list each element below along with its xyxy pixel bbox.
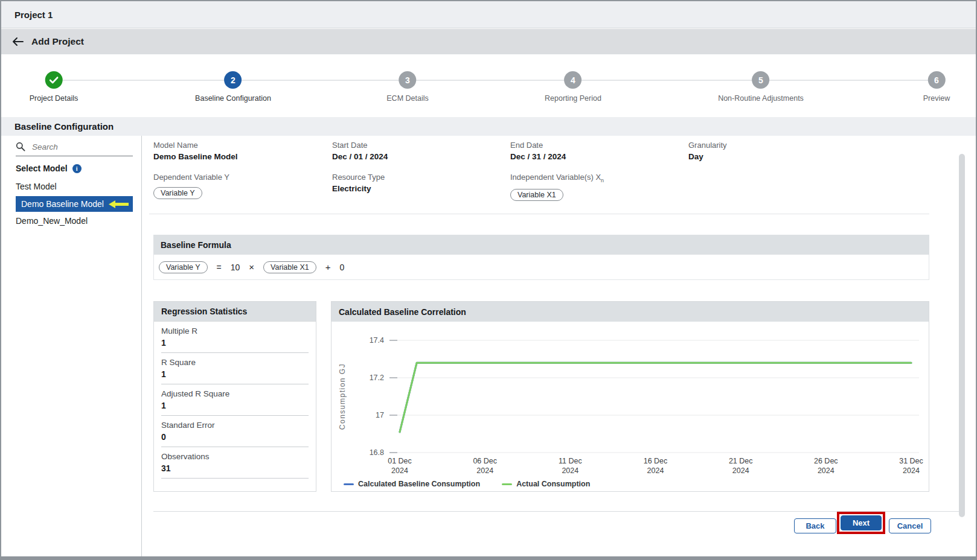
model-item-demo-new-model[interactable]: Demo_New_Model [16, 214, 133, 229]
formula-equals: = [217, 262, 222, 272]
stat-multiple-r: Multiple R 1 [154, 322, 316, 353]
formula-coefficient: 10 [231, 262, 240, 272]
formula-rhs-chip: Variable X1 [263, 261, 316, 273]
svg-text:2024: 2024 [562, 466, 578, 475]
step6-circle[interactable]: 6 [928, 71, 946, 89]
field-independent-variables: Independent Variable(s) Xn Variable X1 [510, 173, 604, 201]
search-icon [16, 142, 25, 151]
svg-text:01 Dec: 01 Dec [388, 457, 412, 465]
svg-text:2024: 2024 [476, 466, 493, 475]
step6-label: Preview [923, 94, 950, 103]
formula-lhs-chip: Variable Y [159, 261, 208, 273]
step-preview[interactable]: 6 Preview [923, 71, 950, 103]
model-sidebar: Select Model i Test Model Demo Baseline … [1, 136, 142, 556]
baseline-formula-title: Baseline Formula [153, 235, 929, 255]
regression-statistics-title: Regression Statistics [154, 302, 316, 322]
stat-observations: Observations 31 [154, 447, 316, 479]
formula-plus: + [325, 262, 331, 272]
baseline-detail-panel: Model Name Demo Baseline Model Start Dat… [143, 136, 976, 556]
field-dependent-variable: Dependent Variable Y Variable Y [153, 173, 229, 199]
svg-text:2024: 2024 [647, 466, 664, 475]
regression-statistics-panel: Regression Statistics Multiple R 1 R Squ… [153, 301, 316, 492]
model-item-demo-baseline-model-selected[interactable]: Demo Baseline Model [16, 196, 133, 212]
stat-standard-error: Standard Error 0 [154, 416, 316, 447]
step-non-routine-adjustments[interactable]: 5 Non-Routine Adjustments [718, 71, 804, 103]
step-project-details[interactable]: Project Details [30, 71, 78, 103]
svg-text:21 Dec: 21 Dec [729, 457, 753, 465]
chart-title: Calculated Baseline Correlation [332, 302, 929, 322]
legend-calculated-baseline-consumption[interactable]: Calculated Baseline Consumption [344, 480, 480, 488]
step3-circle[interactable]: 3 [399, 71, 417, 89]
content-area: Select Model i Test Model Demo Baseline … [1, 136, 976, 556]
step4-label: Reporting Period [545, 94, 601, 103]
svg-text:26 Dec: 26 Dec [814, 457, 838, 465]
dependent-variable-chip: Variable Y [153, 187, 202, 199]
svg-text:2024: 2024 [732, 466, 749, 475]
back-arrow-icon[interactable] [11, 37, 24, 46]
field-resource-type: Resource Type Electricity [332, 173, 385, 193]
step-reporting-period[interactable]: 4 Reporting Period [545, 71, 601, 103]
independent-variable-chip: Variable X1 [510, 189, 563, 201]
next-button[interactable]: Next [841, 515, 882, 530]
calculated-baseline-correlation-panel: Calculated Baseline Correlation 16.81717… [331, 301, 929, 492]
correlation-line-chart: 16.81717.217.4Consumption GJ01 Dec202406… [332, 322, 929, 476]
model-item-test-model[interactable]: Test Model [16, 179, 133, 194]
section-header: Baseline Configuration [1, 117, 976, 136]
add-project-window: Project 1 Add Project Project Details 2 … [0, 0, 977, 560]
step3-label: ECM Details [386, 94, 428, 103]
step-baseline-configuration[interactable]: 2 Baseline Configuration [195, 71, 271, 103]
next-button-highlight-annotation: Next [837, 512, 885, 534]
step-ecm-details[interactable]: 3 ECM Details [386, 71, 428, 103]
svg-text:17: 17 [376, 411, 384, 419]
cancel-button[interactable]: Cancel [889, 518, 931, 533]
step2-active-circle[interactable]: 2 [225, 71, 242, 89]
svg-text:2024: 2024 [391, 466, 408, 475]
svg-text:17.2: 17.2 [370, 374, 384, 382]
formula-multiply: × [249, 262, 254, 272]
stat-r-square: R Square 1 [154, 353, 316, 384]
svg-text:16.8: 16.8 [370, 448, 384, 457]
field-granularity: Granularity Day [688, 141, 727, 161]
step4-circle[interactable]: 4 [565, 71, 582, 89]
step5-circle[interactable]: 5 [752, 71, 770, 89]
svg-text:06 Dec: 06 Dec [473, 457, 497, 465]
step1-completed-circle[interactable] [45, 71, 63, 89]
section-divider [149, 214, 929, 214]
formula-intercept: 0 [340, 262, 345, 272]
step5-label: Non-Routine Adjustments [718, 94, 804, 103]
step2-label: Baseline Configuration [195, 94, 271, 103]
svg-text:Consumption GJ: Consumption GJ [338, 363, 347, 430]
legend-actual-consumption[interactable]: Actual Consumption [502, 480, 590, 488]
project-titlebar: Project 1 [1, 1, 976, 28]
add-project-title: Add Project [31, 36, 84, 47]
check-icon [50, 77, 59, 84]
field-model-name: Model Name Demo Baseline Model [153, 141, 238, 161]
add-project-header: Add Project [1, 29, 976, 54]
back-button[interactable]: Back [794, 518, 836, 533]
vertical-scrollbar-thumb[interactable] [959, 154, 965, 517]
select-model-label: Select Model [16, 164, 68, 173]
project-title: Project 1 [14, 10, 53, 20]
selected-model-arrow-annotation [109, 200, 129, 208]
section-title: Baseline Configuration [14, 121, 114, 132]
svg-text:16 Dec: 16 Dec [644, 457, 668, 465]
search-input[interactable] [32, 142, 123, 151]
svg-text:11 Dec: 11 Dec [559, 457, 582, 465]
stat-adjusted-r-square: Adjusted R Square 1 [154, 384, 316, 416]
step1-label: Project Details [30, 94, 78, 103]
info-icon[interactable]: i [72, 164, 82, 173]
wizard-stepper: Project Details 2 Baseline Configuration… [1, 54, 976, 117]
selected-model-name: Demo Baseline Model [21, 196, 104, 212]
baseline-formula-panel: Baseline Formula Variable Y = 10 × Varia… [153, 235, 929, 280]
svg-text:17.4: 17.4 [370, 336, 384, 345]
select-model-heading: Select Model i [16, 164, 82, 173]
legend-dash-green [502, 483, 512, 485]
svg-text:2024: 2024 [903, 466, 920, 475]
field-end-date: End Date Dec / 31 / 2024 [510, 141, 566, 161]
legend-dash-blue [344, 483, 354, 485]
svg-text:31 Dec: 31 Dec [899, 457, 923, 465]
chart-legend: Calculated Baseline Consumption Actual C… [332, 480, 929, 488]
field-start-date: Start Date Dec / 01 / 2024 [332, 141, 388, 161]
baseline-formula-row: Variable Y = 10 × Variable X1 + 0 [153, 255, 929, 280]
svg-text:2024: 2024 [818, 466, 834, 475]
